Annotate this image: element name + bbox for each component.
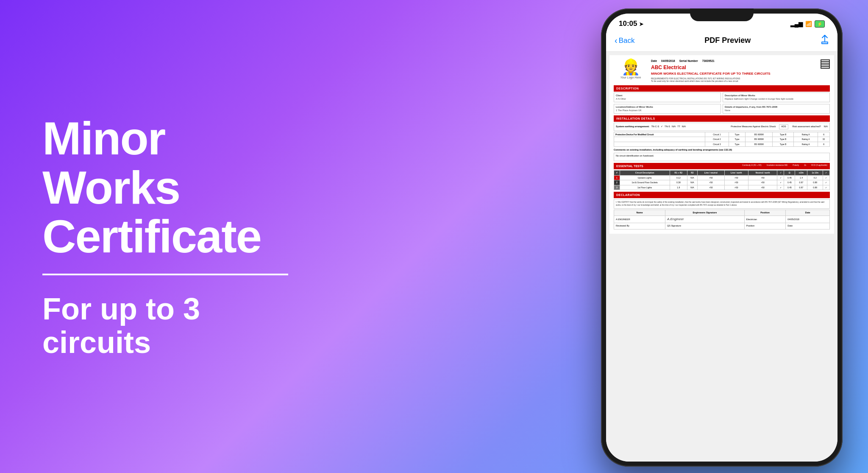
row-le-1: >50 — [724, 175, 748, 180]
th-r2: R2 — [687, 171, 698, 176]
pdf-content[interactable]: 👷 Your Logo Here Date 04/05/2018 Serial … — [606, 52, 837, 462]
description-section-header: DESCRIPTION — [614, 85, 830, 92]
divider — [42, 274, 288, 275]
serial-value: 73839521 — [702, 59, 715, 63]
row-desc-1: Upstairs Lights — [620, 175, 670, 180]
wifi-icon: 📶 — [805, 21, 812, 27]
circuit3-rating-label: Rating A — [794, 142, 818, 147]
logo-icon: 👷 — [614, 59, 648, 75]
test-row-2: 2 1st & Ground Floor Sockets 0.38 N/A >5… — [614, 180, 830, 185]
risk-value: N/A — [824, 125, 828, 128]
row-1x10n-3: 0.88 — [807, 185, 823, 190]
row-chk2-1: ✓ — [823, 175, 829, 180]
main-title: Minor Works Certificate — [42, 114, 314, 261]
circuit2-num: Circuit 2 — [705, 137, 729, 142]
comments-value: No circuit identification on fuseboard. — [614, 153, 830, 161]
circuit2-rating-val: 32 — [818, 137, 830, 142]
desc-minor-works-field: Description of Minor Works Replace bathr… — [723, 92, 830, 102]
circuit3-num: Circuit 3 — [705, 142, 729, 147]
phone-container: 10:05 ➤ ▂▄▆ 📶 ⚡ ‹ Back PDF Preview — [601, 8, 843, 467]
th-num: # — [614, 171, 620, 176]
date-value: 04/05/2018 — [661, 59, 675, 63]
row-ne-3: >50 — [748, 185, 777, 190]
row-le-3: >50 — [724, 185, 748, 190]
location-value: 1 The Place Anytown UK — [616, 109, 719, 112]
location-label: Location/Address of Minor Works — [616, 106, 719, 109]
departures-value: None — [725, 109, 828, 112]
subtitle: For up to 3 circuits — [42, 292, 314, 359]
th-r1r2: R1 + R2 — [670, 171, 687, 176]
reviewed-row: Reviewed By QS Signature Position Date — [614, 223, 830, 229]
row-chk1-3: ✓ — [777, 185, 784, 190]
insulation-label: Insulation resistance MΩ — [767, 164, 787, 168]
circuit3-rating-val: 6 — [818, 142, 830, 147]
logo-placeholder-text: Your Logo Here — [614, 76, 648, 79]
row-ln-3: >50 — [697, 185, 724, 190]
earthing-tns: TN-S — [665, 125, 670, 128]
eng-sig-col-header: Enginneers Signature — [665, 210, 744, 216]
circuit3-bs: BS 60898 — [746, 142, 773, 147]
row-desc-3: 1st Floor Lights — [620, 185, 670, 190]
company-name: ABC Electrical — [651, 64, 817, 71]
row-num-3: 3 — [614, 185, 620, 190]
description-grid: Client A N Other Description of Minor Wo… — [614, 92, 830, 114]
nav-bar: ‹ Back PDF Preview — [606, 31, 837, 52]
cert-title: MINOR WORKS ELECTRICAL CERTIFICATE FOR U… — [651, 72, 817, 76]
earthing-tncs: TN-C-S — [651, 125, 659, 128]
desc-minor-works-label: Description of Minor Works — [725, 94, 828, 97]
th-ne: Neutral / earth — [748, 171, 777, 176]
location-field: Location/Address of Minor Works 1 The Pl… — [614, 104, 721, 114]
circuit-device-label: Protective Device For Modified Circuit — [614, 132, 705, 137]
qr-code — [821, 59, 830, 69]
earthing-na1: N/A — [672, 125, 676, 128]
signature-table: Name Enginneers Signature Position Date … — [614, 210, 830, 230]
test-row-1: 1 Upstairs Lights 0.12 N/A >50 >50 >50 ✓… — [614, 175, 830, 180]
date-col-header: Date — [786, 210, 830, 216]
circuit-type-header: Type — [729, 132, 745, 137]
back-label: Back — [619, 36, 635, 45]
engineer-name: A ENGINEER — [614, 216, 665, 223]
client-value: A N Other — [616, 98, 719, 101]
back-chevron-icon: ‹ — [615, 36, 618, 45]
th-1x10n: 1x 10n — [807, 171, 823, 176]
th-chk1: ✓ — [777, 171, 784, 176]
client-field: Client A N Other — [614, 92, 721, 102]
essential-tests-header: ESSENTIAL TESTS Continuity Ω (R1 + R2) I… — [614, 163, 830, 169]
pdf-page: 👷 Your Logo Here Date 04/05/2018 Serial … — [609, 55, 834, 234]
row-ne-1: >50 — [748, 175, 777, 180]
earthing-na2: N/A — [682, 125, 686, 128]
row-chk2-3: ✓ — [823, 185, 829, 190]
row-1x10n-1: 0.2 — [807, 175, 823, 180]
left-section: Minor Works Certificate For up to 3 circ… — [0, 80, 348, 393]
circuit3-type-header: Type — [729, 142, 745, 147]
circuit-header-row: Protective Device For Modified Circuit C… — [614, 132, 830, 137]
reviewed-by-label: Reviewed By — [614, 223, 665, 229]
pdf-date-row: Date 04/05/2018 Serial Number 73839521 — [651, 59, 817, 63]
protective-measures-label: Protective Measures Against Electric Sho… — [731, 125, 776, 128]
row-r2-2: N/A — [687, 180, 698, 185]
installation-section-header: INSTALLATION DETAILS — [614, 115, 830, 122]
check-tncs: ✓ — [661, 125, 663, 128]
circuit2-rating-label: Rating A — [794, 137, 818, 142]
th-desc: Circuit Description — [620, 171, 670, 176]
engineer-position: Electrician — [744, 216, 786, 223]
share-button[interactable] — [821, 35, 829, 46]
row-ohm-1: 0.45 — [784, 175, 795, 180]
circuit1-bs: BS 60898 — [746, 132, 773, 137]
position-col-header: Position — [744, 210, 786, 216]
th-ln: Line / neutral — [697, 171, 724, 176]
row-num-2: 2 — [614, 180, 620, 185]
row-ohm-3: 0.45 — [784, 185, 795, 190]
row-chk1-2: ✓ — [777, 180, 784, 185]
phone-screen[interactable]: 10:05 ➤ ▂▄▆ 📶 ⚡ ‹ Back PDF Preview — [606, 14, 837, 462]
engineer-signature: A.Engineer — [665, 216, 744, 223]
back-button[interactable]: ‹ Back — [615, 36, 634, 45]
circuit2-bs: BS 90898 — [746, 137, 773, 142]
client-label: Client — [616, 94, 719, 97]
row-x10n-2: 0.87 — [795, 180, 807, 185]
earthing-label: System earthing arrangement: — [616, 125, 649, 128]
th-chk2: ✓ — [823, 171, 829, 176]
essential-tests-table: # Circuit Description R1 + R2 R2 Line / … — [614, 170, 830, 190]
row-r1r2-1: 0.12 — [670, 175, 687, 180]
row-num-1: 1 — [614, 175, 620, 180]
